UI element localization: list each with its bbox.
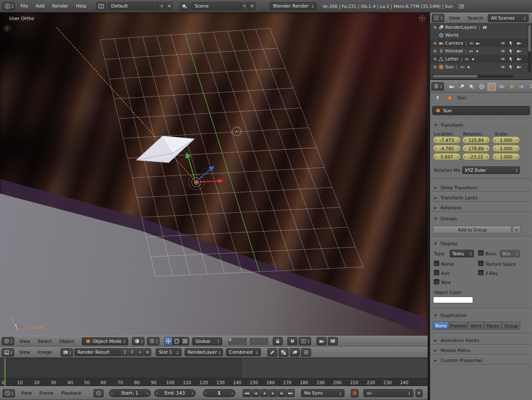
layer-cell-19[interactable]	[261, 342, 264, 345]
layer-cell-1[interactable]	[228, 338, 232, 341]
current-frame-field[interactable]: 1	[203, 389, 236, 397]
rotation-y-field[interactable]: 178.89	[462, 145, 490, 152]
delta-transform-panel-header[interactable]: Delta Transform	[431, 183, 531, 192]
region-expand-icon[interactable]: +	[4, 25, 10, 31]
animation-hacks-panel-header[interactable]: Animation Hacks	[431, 336, 531, 345]
layer-cell-4[interactable]	[240, 338, 243, 341]
outliner-item-himmel[interactable]: ⊕Himmel|	[430, 47, 532, 55]
layer-cell-14[interactable]	[261, 338, 264, 341]
menu-file[interactable]: File	[17, 3, 32, 9]
duplication-verts-button[interactable]: Verts	[468, 322, 484, 330]
bounds-checkbox[interactable]	[478, 250, 484, 256]
translate-manipulator-toggle[interactable]	[164, 337, 172, 345]
name-checkbox[interactable]	[434, 261, 439, 266]
outliner-item-camera[interactable]: ⊕Camera|	[430, 39, 532, 47]
x-axis-arrow-icon[interactable]	[218, 179, 224, 183]
menu-playback[interactable]: Playback	[57, 390, 85, 396]
new-group-button[interactable]: +	[512, 226, 521, 234]
screen-name-field[interactable]: Default	[108, 2, 158, 10]
restrict-render-toggle[interactable]	[516, 40, 522, 46]
delete-scene-button[interactable]: ✕	[248, 2, 256, 10]
scene-browse-button[interactable]	[180, 2, 190, 10]
editor-type-timeline-button[interactable]	[3, 389, 15, 397]
x-ray-checkbox[interactable]	[478, 270, 484, 275]
pin-icon[interactable]	[433, 94, 442, 102]
axis-checkbox[interactable]	[434, 270, 439, 275]
clear-keying-set-button[interactable]: ✕	[415, 389, 423, 397]
duplication-frames-button[interactable]: Frames	[449, 322, 467, 330]
timeline-editor[interactable]: 0102030405060708090100110120130140150160…	[0, 358, 428, 386]
groups-panel-header[interactable]: Groups	[431, 214, 531, 223]
layer-cell-10[interactable]	[243, 342, 247, 345]
viewport-shading-select[interactable]	[132, 337, 144, 345]
expand-icon[interactable]: ⊕	[433, 65, 437, 69]
scale-manipulator-toggle[interactable]	[181, 337, 189, 345]
timeline-frame-band[interactable]: 0102030405060708090100110120130140150160…	[0, 378, 428, 386]
duplication-faces-button[interactable]: Faces	[484, 322, 502, 330]
editor-type-properties-button[interactable]	[431, 82, 444, 91]
outliner-item-letter[interactable]: ⊕Letter|	[430, 55, 532, 63]
frame-end-field[interactable]: End: 143	[154, 389, 196, 397]
expand-icon[interactable]: ⊕	[433, 25, 437, 30]
outliner-item-renderlayers[interactable]: ⊕RenderLayers|	[430, 23, 532, 31]
layer-cell-6[interactable]	[228, 342, 232, 345]
duplication-panel-header[interactable]: Duplication	[431, 311, 531, 320]
layer-cell-7[interactable]	[232, 342, 236, 345]
transform-orientation-select[interactable]: Global	[192, 337, 222, 345]
menu-select[interactable]: Select	[34, 339, 56, 344]
fake-user-button[interactable]: F	[129, 348, 136, 356]
scale-y-field[interactable]: 1.000	[492, 145, 520, 152]
layer-cell-2[interactable]	[232, 338, 236, 341]
properties-tab-particles[interactable]	[527, 82, 532, 91]
restrict-view-toggle[interactable]	[500, 48, 506, 54]
restrict-render-toggle[interactable]	[516, 56, 522, 62]
jump-to-end-button[interactable]: ▶▶|	[286, 389, 295, 397]
layer-cell-11[interactable]	[250, 338, 253, 341]
letter-plane-object[interactable]	[136, 136, 195, 163]
layers-grid-1[interactable]	[228, 338, 247, 345]
outliner-item-sun[interactable]: ⊕Sun|	[430, 63, 532, 71]
object-name-field[interactable]: Sun	[432, 106, 530, 115]
keying-set-field[interactable]	[363, 389, 413, 397]
mask-mode-toggle[interactable]	[301, 348, 311, 357]
lock-to-scene-toggle[interactable]	[273, 337, 283, 345]
display-type-select[interactable]: Textu	[450, 250, 474, 257]
menu-object[interactable]: Object	[56, 339, 78, 344]
motion-paths-panel-header[interactable]: Motion Paths	[431, 346, 531, 355]
menu-view[interactable]: View	[17, 390, 35, 396]
layer-cell-15[interactable]	[265, 338, 268, 341]
menu-view[interactable]: View	[15, 350, 34, 355]
add-to-group-button[interactable]: Add to Group	[433, 226, 512, 234]
restrict-render-toggle[interactable]	[516, 48, 522, 54]
outliner-filter-select[interactable]: All Scenes	[488, 14, 529, 22]
restrict-select-toggle[interactable]	[508, 48, 514, 54]
unlink-image-button[interactable]: ✕	[144, 348, 151, 356]
opengl-render-button[interactable]	[317, 337, 327, 345]
3d-viewport[interactable]: User Ortho (1) Sun + +	[0, 13, 428, 336]
menu-add[interactable]: Add	[32, 3, 48, 9]
jump-to-start-button[interactable]: |◀◀	[243, 389, 251, 397]
menu-search[interactable]: Search	[464, 15, 487, 21]
jump-prev-keyframe-button[interactable]: |◀	[251, 389, 260, 397]
menu-image[interactable]: Image	[34, 350, 56, 355]
layer-cell-20[interactable]	[265, 342, 268, 345]
restrict-select-toggle[interactable]	[508, 56, 514, 62]
menu-render[interactable]: Render	[48, 3, 72, 9]
custom-properties-panel-header[interactable]: Custom Properties	[431, 356, 531, 365]
layer-cell-18[interactable]	[257, 342, 261, 345]
scene-name-field[interactable]: Scene	[191, 2, 241, 10]
image-name-field[interactable]: Render Result	[74, 348, 121, 356]
add-scene-button[interactable]: +	[241, 2, 248, 10]
play-button[interactable]: ▶	[269, 389, 277, 397]
menu-view[interactable]: View	[15, 339, 34, 344]
rotation-x-field[interactable]: 125.84	[462, 136, 490, 143]
snap-element-select[interactable]	[299, 337, 311, 345]
expand-icon[interactable]: ⊕	[433, 41, 437, 45]
snap-toggle[interactable]	[287, 337, 297, 345]
layer-cell-16[interactable]	[250, 342, 253, 345]
outliner-vertical-scrollbar[interactable]	[528, 24, 531, 73]
editor-type-outliner-button[interactable]	[432, 14, 444, 22]
display-panel-header[interactable]: Display	[431, 239, 531, 248]
editor-type-3dview-button[interactable]	[2, 337, 14, 345]
render-engine-select[interactable]: Blender Render	[270, 2, 317, 10]
